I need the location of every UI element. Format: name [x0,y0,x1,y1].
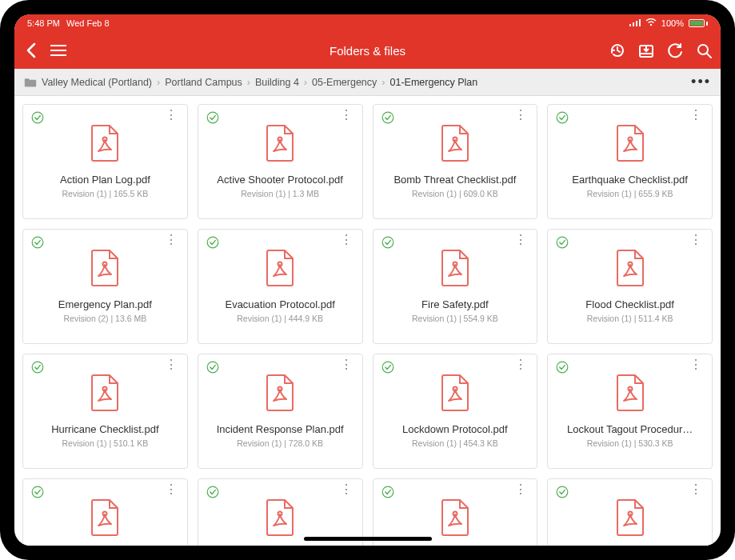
file-card[interactable]: ⋮ Lockout Tagout Procedur… Revision (1) … [547,354,713,469]
pdf-icon [89,498,121,540]
check-icon [31,361,44,374]
file-more-button[interactable]: ⋮ [337,108,356,122]
content-area: ⋮ Action Plan Log.pdf Revision (1) | 165… [14,96,721,546]
breadcrumb-item[interactable]: Building 4 [255,77,299,88]
file-name: Flood Checklist.pdf [582,298,677,310]
file-meta: Revision (1) | 655.9 KB [587,189,673,198]
menu-button[interactable] [50,42,67,59]
file-meta: Revision (1) | 165.5 KB [62,189,148,198]
file-card[interactable]: ⋮ Lockdown Protocol.pdf Revision (1) | 4… [373,354,538,469]
file-more-button[interactable]: ⋮ [162,358,181,372]
file-name: Lockdown Protocol.pdf [399,423,511,435]
battery-icon [689,19,708,27]
toolbar: Folders & files [14,32,721,69]
file-more-button[interactable]: ⋮ [686,108,705,122]
check-icon [381,361,394,374]
file-name: Action Plan Log.pdf [57,174,154,186]
file-more-button[interactable]: ⋮ [686,233,705,247]
file-name: Active Shooter Protocol.pdf [214,174,346,186]
file-meta: Revision (1) | 728.0 KB [237,438,323,448]
file-meta: Revision (1) | 454.3 KB [412,438,498,448]
breadcrumb-root[interactable]: Valley Medical (Portland) [42,77,152,88]
check-icon [381,236,394,249]
file-name: Evacuation Protocol.pdf [222,298,338,310]
screen: 5:48 PM Wed Feb 8 100% [14,14,721,546]
svg-rect-1 [633,22,634,26]
check-icon [31,236,44,249]
file-card[interactable]: ⋮ Fire Safety.pdf Revision (1) | 554.9 K… [373,229,538,344]
file-more-button[interactable]: ⋮ [511,482,530,497]
file-card[interactable]: ⋮ Active Shooter Protocol.pdf Revision (… [198,104,363,219]
file-card[interactable]: ⋮ Flood Checklist.pdf Revision (1) | 511… [547,229,713,344]
file-card[interactable]: ⋮ [22,478,188,546]
home-indicator [304,537,432,541]
check-icon [381,111,394,124]
file-more-button[interactable]: ⋮ [162,233,181,247]
breadcrumb: Valley Medical (Portland) › Portland Cam… [14,69,721,96]
file-name: Incident Response Plan.pdf [214,423,347,435]
file-card[interactable]: ⋮ Bomb Threat Checklist.pdf Revision (1)… [373,104,538,219]
file-card[interactable]: ⋮ Evacuation Protocol.pdf Revision (1) |… [198,229,363,344]
file-more-button[interactable]: ⋮ [162,108,181,122]
status-bar: 5:48 PM Wed Feb 8 100% [14,14,721,32]
file-card[interactable]: ⋮ Action Plan Log.pdf Revision (1) | 165… [22,104,188,219]
pdf-icon [614,374,646,415]
pdf-icon [264,124,296,166]
file-card[interactable]: ⋮ Incident Response Plan.pdf Revision (1… [198,354,363,469]
check-icon [206,111,219,124]
check-icon [206,236,219,249]
breadcrumb-item[interactable]: 05-Emergency [312,77,377,88]
file-card[interactable]: ⋮ Earthquake Checklist.pdf Revision (1) … [547,104,713,219]
refresh-button[interactable] [666,42,684,59]
svg-point-4 [650,24,652,26]
file-more-button[interactable]: ⋮ [337,358,356,372]
file-card[interactable]: ⋮ Emergency Plan.pdf Revision (2) | 13.6… [22,229,188,344]
file-grid: ⋮ Action Plan Log.pdf Revision (1) | 165… [22,104,713,546]
file-card[interactable]: ⋮ [547,478,713,546]
pdf-icon [614,249,646,290]
folder-icon [24,77,37,88]
status-date: Wed Feb 8 [66,18,110,28]
history-button[interactable] [609,42,626,59]
check-icon [206,361,219,374]
file-name: Fire Safety.pdf [418,298,492,310]
file-name: Emergency Plan.pdf [55,298,155,310]
file-more-button[interactable]: ⋮ [686,358,705,372]
file-meta: Revision (1) | 444.9 KB [237,314,323,323]
file-more-button[interactable]: ⋮ [511,233,530,247]
search-button[interactable] [695,42,713,59]
file-more-button[interactable]: ⋮ [511,358,530,372]
check-icon [556,486,569,498]
file-more-button[interactable]: ⋮ [686,482,705,497]
breadcrumb-current: 01-Emergency Plan [390,77,478,88]
pdf-icon [264,374,296,415]
file-meta: Revision (1) | 609.0 KB [412,189,498,198]
breadcrumb-more-button[interactable]: ••• [691,74,711,90]
file-card[interactable]: ⋮ Hurricane Checklist.pdf Revision (1) |… [22,354,188,469]
file-more-button[interactable]: ⋮ [511,108,530,122]
file-meta: Revision (1) | 554.9 KB [412,314,498,323]
check-icon [381,486,394,498]
file-name: Lockout Tagout Procedur… [564,423,696,435]
file-more-button[interactable]: ⋮ [337,233,356,247]
file-meta: Revision (1) | 530.3 KB [587,438,673,448]
file-more-button[interactable]: ⋮ [337,482,356,497]
pdf-icon [614,124,646,166]
file-more-button[interactable]: ⋮ [162,482,181,497]
pdf-icon [89,124,121,166]
check-icon [556,111,569,124]
pdf-icon [439,124,471,166]
file-card[interactable]: ⋮ [373,478,538,546]
check-icon [206,486,219,498]
breadcrumb-item[interactable]: Portland Campus [165,77,242,88]
pdf-icon [89,249,121,290]
svg-rect-2 [636,21,637,26]
file-card[interactable]: ⋮ [198,478,363,546]
back-button[interactable] [22,42,40,59]
status-time: 5:48 PM [27,18,60,28]
pdf-icon [264,249,296,290]
svg-line-11 [707,54,711,58]
check-icon [556,236,569,249]
check-icon [556,361,569,374]
inbox-button[interactable] [637,42,655,59]
